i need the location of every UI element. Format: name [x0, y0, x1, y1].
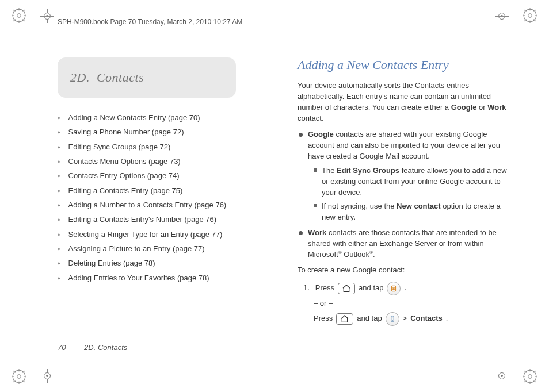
page-content: 2D. Contacts Adding a New Contacts Entry…	[58, 57, 514, 346]
toc-list: Adding a New Contacts Entry (page 70) Sa…	[58, 110, 274, 285]
footer-section-label: 2D. Contacts	[84, 343, 127, 352]
toc-item: Editing a Contacts Entry's Number (page …	[58, 212, 274, 226]
crop-gear-icon	[12, 8, 26, 23]
text: Press	[314, 313, 333, 325]
svg-point-41	[393, 287, 394, 288]
section-title: 2D. Contacts	[70, 70, 226, 85]
text: Outlook	[342, 250, 369, 259]
home-key-icon	[338, 283, 355, 294]
toc-item: Adding Entries to Your Favorites (page 7…	[58, 271, 274, 285]
text-bold: Work	[487, 103, 506, 112]
feature-bullets: Google contacts are shared with your exi…	[299, 129, 514, 260]
phone-app-icon	[386, 312, 399, 326]
text: or	[476, 103, 487, 112]
toc-item: Adding a Number to a Contacts Entry (pag…	[58, 198, 274, 212]
text: If not syncing, use the	[322, 202, 396, 210]
procedure-label: To create a new Google contact:	[298, 265, 514, 276]
intro-paragraph: Your device automatically sorts the Cont…	[298, 80, 514, 124]
text: .	[373, 250, 375, 259]
page-footer: 70 2D. Contacts	[58, 343, 127, 352]
crop-gear-icon	[12, 369, 26, 384]
footer-rule	[37, 364, 512, 364]
svg-point-1	[17, 14, 21, 18]
toc-item: Editing Sync Groups (page 72)	[58, 140, 274, 154]
text: The	[322, 166, 337, 175]
text: contact.	[298, 114, 324, 122]
section-name: Contacts	[97, 70, 144, 84]
text: >	[403, 313, 407, 325]
crop-mark-icon	[496, 370, 508, 382]
text: .	[446, 313, 448, 325]
page-number: 70	[58, 343, 66, 352]
bullet-item: Work contacts are those contacts that ar…	[299, 228, 514, 260]
text: contacts are shared with your existing G…	[308, 130, 500, 160]
text-bold: Edit Sync Groups	[337, 166, 399, 175]
text-bold: Work	[308, 228, 326, 237]
section-number: 2D.	[70, 70, 90, 84]
crop-gear-icon	[523, 369, 537, 384]
toc-item: Contacts Menu Options (page 73)	[58, 154, 274, 168]
svg-point-21	[17, 375, 21, 379]
step-or: – or –	[303, 298, 514, 310]
text-bold: Contacts	[410, 313, 443, 325]
svg-point-11	[528, 14, 532, 18]
topic-heading: Adding a New Contacts Entry	[298, 57, 514, 72]
text: Press	[315, 282, 334, 294]
text-bold: New contact	[396, 202, 441, 210]
home-key-icon	[336, 313, 353, 325]
toc-item: Deleting Entries (page 78)	[58, 256, 274, 270]
text-bold: Google	[451, 103, 477, 112]
text: – or –	[314, 298, 333, 310]
text: and tap	[357, 313, 382, 325]
toc-item: Editing a Contacts Entry (page 75)	[58, 183, 274, 198]
sub-bullet-item: The Edit Sync Groups feature allows you …	[314, 166, 514, 198]
text: contacts are those contacts that are int…	[308, 228, 497, 259]
bullet-item: Google contacts are shared with your exi…	[299, 129, 514, 223]
step-number: 1.	[303, 282, 310, 294]
text: and tap	[359, 282, 383, 294]
running-head: SPH-M900.book Page 70 Tuesday, March 2, …	[58, 18, 242, 26]
step-list: 1. Press and tap . – or – Press	[303, 282, 514, 326]
svg-point-31	[528, 375, 532, 379]
toc-item: Adding a New Contacts Entry (page 70)	[58, 110, 274, 125]
step-1: 1. Press and tap .	[303, 282, 514, 295]
text-bold: Google	[308, 130, 334, 139]
crop-gear-icon	[523, 8, 537, 23]
step-1-alt: Press and tap > Contacts.	[303, 312, 514, 326]
text: .	[404, 282, 406, 294]
toc-item: Saving a Phone Number (page 72)	[58, 125, 274, 139]
sub-bullets: The Edit Sync Groups feature allows you …	[314, 166, 514, 223]
crop-mark-icon	[41, 10, 53, 22]
toc-item: Contacts Entry Options (page 74)	[58, 168, 274, 183]
left-column: 2D. Contacts Adding a New Contacts Entry…	[58, 57, 274, 346]
toc-item: Assigning a Picture to an Entry (page 77…	[58, 241, 274, 256]
toc-item: Selecting a Ringer Type for an Entry (pa…	[58, 227, 274, 241]
right-column: Adding a New Contacts Entry Your device …	[298, 57, 514, 346]
crop-mark-icon	[496, 10, 508, 22]
crop-mark-icon	[41, 370, 53, 382]
contacts-app-icon	[387, 282, 401, 295]
svg-point-44	[392, 321, 392, 321]
header-rule	[37, 28, 512, 28]
section-title-box: 2D. Contacts	[58, 57, 236, 98]
sub-bullet-item: If not syncing, use the New contact opti…	[314, 201, 514, 223]
